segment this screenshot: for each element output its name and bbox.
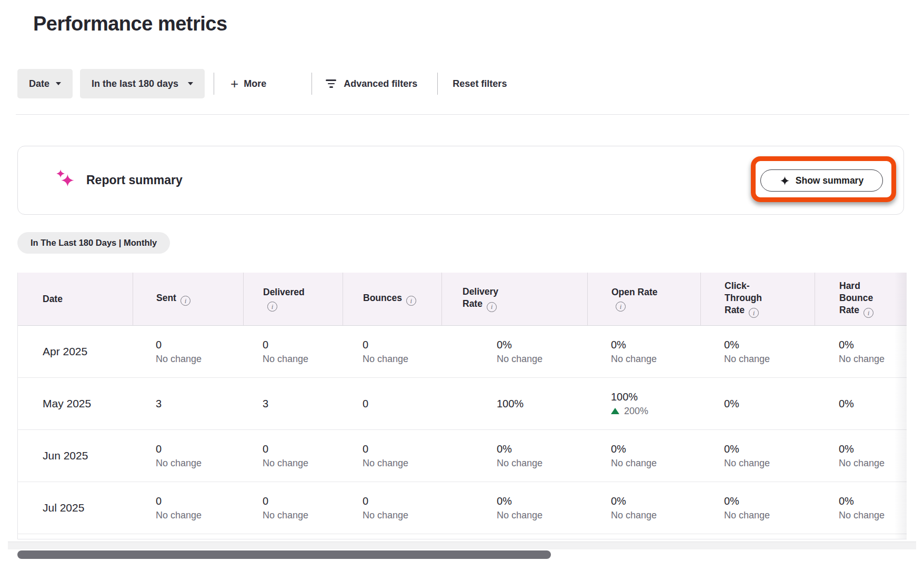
- metric-value: 0%: [724, 442, 815, 456]
- metric-value: 0%: [724, 396, 815, 411]
- table-row: Jun 20250No change0No change0No change0%…: [18, 430, 907, 482]
- metric-change: No change: [839, 352, 907, 366]
- metric-cell: 0No change: [343, 326, 441, 377]
- arrow-up-icon: [611, 408, 619, 414]
- date-filter-button[interactable]: Date: [17, 69, 73, 98]
- info-icon[interactable]: i: [406, 296, 416, 306]
- divider: [437, 73, 438, 95]
- advanced-filters-label: Advanced filters: [344, 78, 417, 89]
- advanced-filters-button[interactable]: Advanced filters: [326, 78, 417, 89]
- metric-change: No change: [263, 456, 343, 470]
- metric-value: 0: [363, 396, 441, 411]
- metric-cell: 0No change: [243, 430, 343, 482]
- date-range-dropdown[interactable]: In the last 180 days: [80, 69, 205, 98]
- metrics-table: DateSentiDelivered iBouncesiDelivery Rat…: [17, 273, 907, 539]
- metric-cell: 0No change: [133, 326, 243, 377]
- metric-change: No change: [611, 508, 700, 522]
- metric-change: No change: [156, 508, 243, 522]
- metric-cell: 0%No change: [441, 326, 587, 377]
- metric-cell: 100%: [441, 378, 587, 429]
- metric-value: 100%: [611, 389, 700, 404]
- scope-tag: In The Last 180 Days | Monthly: [17, 232, 170, 254]
- info-icon[interactable]: i: [863, 308, 873, 318]
- metric-cell: 0: [343, 378, 441, 429]
- column-header: Hard Bounce Ratei: [815, 273, 907, 325]
- metric-value: 0%: [724, 337, 815, 352]
- table-row-partial: [18, 534, 907, 539]
- horizontal-scrollbar-thumb[interactable]: [17, 550, 551, 559]
- metric-cell: 0%No change: [700, 326, 815, 377]
- date-range-label: In the last 180 days: [92, 78, 178, 89]
- info-icon[interactable]: i: [267, 302, 277, 312]
- metric-cell: 0No change: [133, 430, 243, 482]
- page-title: Performance metrics: [33, 13, 227, 35]
- column-header: Open Rate i: [587, 273, 700, 325]
- metric-value: 0%: [839, 494, 907, 508]
- metric-cell: 0%No change: [815, 430, 907, 482]
- metric-change: No change: [263, 508, 343, 522]
- date-cell: Jul 2025: [18, 482, 133, 534]
- reset-filters-button[interactable]: Reset filters: [453, 78, 507, 89]
- info-icon[interactable]: i: [180, 296, 190, 306]
- metric-value: 0: [156, 442, 243, 456]
- metric-value: 0%: [497, 337, 587, 352]
- metric-cell: 0%No change: [441, 482, 587, 534]
- metric-change: No change: [724, 352, 815, 366]
- metric-cell: 0%: [815, 378, 907, 429]
- divider: [214, 73, 214, 95]
- metric-value: 0: [263, 442, 343, 456]
- more-filters-button[interactable]: + More: [230, 77, 266, 91]
- show-summary-label: Show summary: [796, 175, 863, 186]
- column-header: Bouncesi: [343, 273, 441, 325]
- metric-value: 3: [263, 396, 343, 411]
- metric-cell: 0%No change: [700, 482, 815, 534]
- metric-value: 0: [263, 337, 343, 352]
- horizontal-scrollbar-track[interactable]: [8, 542, 916, 549]
- metric-value: 3: [156, 396, 243, 411]
- section-divider: [16, 114, 909, 115]
- metric-change-value: 200%: [624, 404, 648, 418]
- column-header: Click- Through Ratei: [700, 273, 815, 325]
- metric-cell: 0No change: [243, 326, 343, 377]
- info-icon[interactable]: i: [749, 308, 759, 318]
- show-summary-button[interactable]: Show summary: [760, 169, 883, 192]
- column-header-label: Delivered: [263, 287, 305, 297]
- metric-change: No change: [363, 352, 441, 366]
- metric-change: No change: [263, 352, 343, 366]
- info-icon[interactable]: i: [487, 302, 497, 312]
- column-header: Date: [18, 273, 133, 325]
- metric-cell: 0%No change: [441, 430, 587, 482]
- date-filter-label: Date: [29, 78, 49, 89]
- metric-change: No change: [724, 508, 815, 522]
- metric-change: No change: [724, 456, 815, 470]
- metric-cell: 0No change: [133, 482, 243, 534]
- divider: [312, 73, 312, 95]
- metric-change: No change: [497, 352, 587, 366]
- chevron-down-icon: [188, 82, 193, 85]
- metric-value: 0: [156, 337, 243, 352]
- metric-change: No change: [839, 508, 907, 522]
- metric-value: 0: [363, 494, 441, 508]
- metric-cell: 0%No change: [700, 430, 815, 482]
- metric-change: No change: [497, 508, 587, 522]
- metric-cell: 0%: [700, 378, 815, 429]
- metric-value: 0: [156, 494, 243, 508]
- metric-cell: 3: [133, 378, 243, 429]
- metric-value: 100%: [497, 396, 587, 411]
- report-summary-title: Report summary: [86, 173, 183, 187]
- info-icon[interactable]: i: [616, 302, 626, 312]
- column-header: Senti: [133, 273, 243, 325]
- column-header-label: Date: [43, 294, 63, 304]
- metric-value: 0%: [611, 442, 700, 456]
- metric-cell: 0%No change: [587, 482, 700, 534]
- metric-change: No change: [497, 456, 587, 470]
- metric-change: No change: [363, 508, 441, 522]
- metric-change-positive: 200%: [611, 404, 700, 418]
- metric-change: No change: [156, 456, 243, 470]
- column-header-label: Bounces: [363, 293, 402, 303]
- metric-value: 0%: [839, 442, 907, 456]
- metric-change: No change: [611, 352, 700, 366]
- metric-cell: 0No change: [243, 482, 343, 534]
- metric-value: 0%: [497, 494, 587, 508]
- column-header: Delivered i: [243, 273, 343, 325]
